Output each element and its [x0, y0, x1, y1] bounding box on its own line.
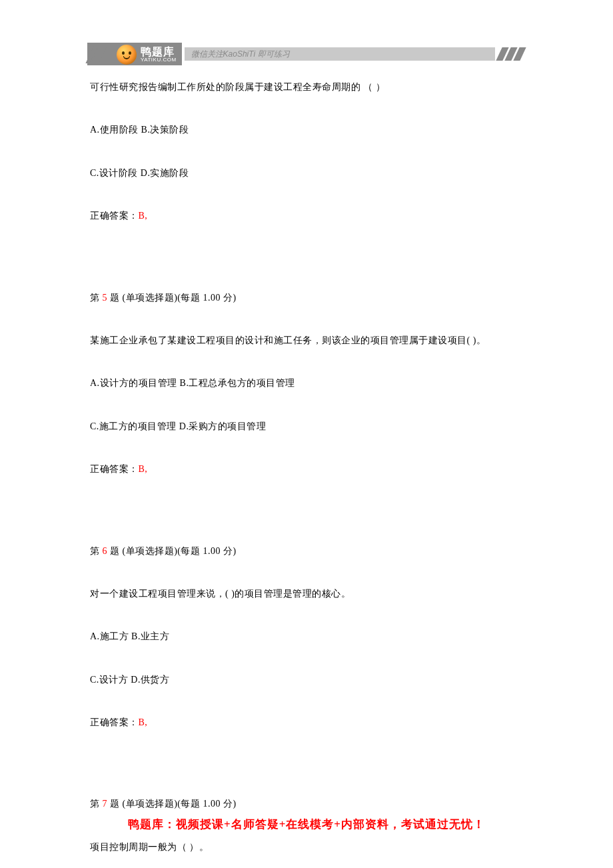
page-footer: 鸭题库：视频授课+名师答疑+在线模考+内部资料，考试通过无忧！	[0, 817, 613, 832]
q4-stem: 可行性研究报告编制工作所处的阶段属于建设工程全寿命周期的 （ ）	[90, 80, 523, 95]
footer-text: 鸭题库：视频授课+名师答疑+在线模考+内部资料，考试通过无忧！	[128, 818, 485, 831]
header-banner-text: 微信关注KaoShiTi 即可练习	[191, 49, 290, 60]
answer-value: B,	[139, 211, 148, 221]
q-header-post: 题 (单项选择题)(每题 1.00 分)	[107, 799, 237, 809]
q4-options-cd: C.设计阶段 D.实施阶段	[90, 166, 523, 181]
q6-options-ab: A.施工方 B.业主方	[90, 629, 523, 644]
q5-answer: 正确答案：B,	[90, 462, 523, 477]
q-header-post: 题 (单项选择题)(每题 1.00 分)	[107, 293, 237, 303]
q-header-pre: 第	[90, 799, 103, 809]
q7-header: 第 7 题 (单项选择题)(每题 1.00 分)	[90, 797, 523, 811]
q7-stem: 项目控制周期一般为（ ）。	[90, 840, 523, 855]
q5-stem: 某施工企业承包了某建设工程项目的设计和施工任务，则该企业的项目管理属于建设项目(…	[90, 333, 523, 348]
q5-header: 第 5 题 (单项选择题)(每题 1.00 分)	[90, 291, 523, 305]
q-header-pre: 第	[90, 293, 103, 303]
document-body: 可行性研究报告编制工作所处的阶段属于建设工程全寿命周期的 （ ） A.使用阶段 …	[90, 80, 523, 868]
q-number: 5	[103, 293, 108, 303]
q-number: 6	[103, 546, 108, 556]
answer-label: 正确答案：	[90, 717, 139, 727]
q5-options-ab: A.设计方的项目管理 B.工程总承包方的项目管理	[90, 376, 523, 391]
q6-header: 第 6 题 (单项选择题)(每题 1.00 分)	[90, 544, 523, 559]
answer-label: 正确答案：	[90, 211, 139, 221]
header-stripe-right	[499, 47, 523, 61]
logo: 鸭题库 YATIKU.COM	[109, 43, 182, 65]
duck-face-icon	[117, 45, 137, 65]
answer-value: B,	[139, 464, 148, 474]
q-header-pre: 第	[90, 546, 103, 556]
q-number: 7	[103, 799, 108, 809]
answer-label: 正确答案：	[90, 464, 139, 474]
q4-answer: 正确答案：B,	[90, 209, 523, 223]
q4-options-ab: A.使用阶段 B.决策阶段	[90, 123, 523, 137]
q6-answer: 正确答案：B,	[90, 715, 523, 730]
q6-stem: 对一个建设工程项目管理来说，( )的项目管理是管理的核心。	[90, 587, 523, 601]
q6-options-cd: C.设计方 D.供货方	[90, 673, 523, 687]
q-header-post: 题 (单项选择题)(每题 1.00 分)	[107, 546, 237, 556]
logo-title: 鸭题库	[141, 47, 177, 57]
header-banner: 微信关注KaoShiTi 即可练习	[185, 47, 495, 61]
q5-options-cd: C.施工方的项目管理 D.采购方的项目管理	[90, 419, 523, 434]
page-header: 鸭题库 YATIKU.COM 微信关注KaoShiTi 即可练习	[90, 43, 523, 65]
answer-value: B,	[139, 717, 148, 727]
logo-subtitle: YATIKU.COM	[141, 57, 177, 63]
